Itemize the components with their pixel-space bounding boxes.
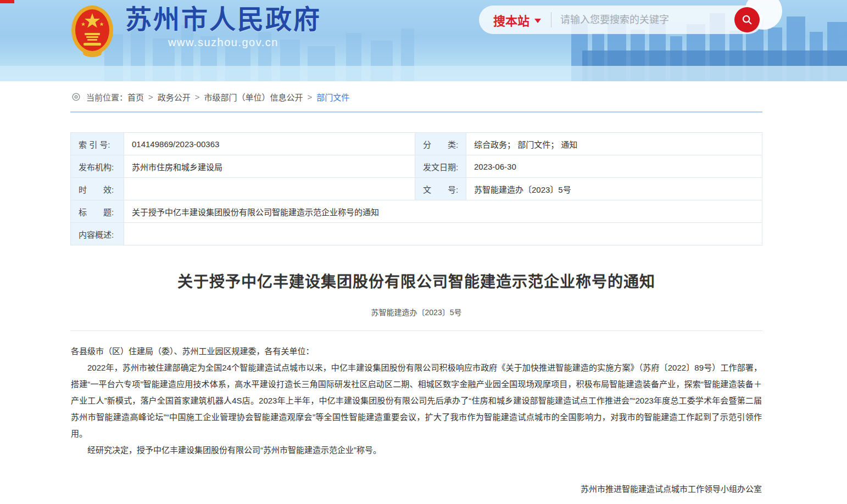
table-row: 时 效: 文 号: 苏智能建造办〔2023〕5号 [71,178,762,200]
doc-number-value: 苏智能建造办〔2023〕5号 [466,178,762,200]
issuing-agency-value: 苏州市住房和城乡建设局 [124,155,415,178]
article-divider [70,331,762,331]
location-pin-icon [71,92,81,102]
article-doc-number: 苏智能建造办〔2023〕5号 [70,306,762,317]
breadcrumb-underline [70,111,762,113]
breadcrumb-separator: > [148,92,153,102]
site-title: 苏州市人民政府 [125,4,321,35]
article-body: 各县级市（区）住建局（委）、苏州工业园区规建委，各有关单位： 2022年，苏州市… [70,343,762,504]
table-row: 索 引 号: 014149869/2023-00363 分 类: 综合政务； 部… [71,133,762,155]
issue-date-label: 发文日期: [415,155,466,178]
article-paragraph: 经研究决定，授予中亿丰建设集团股份有限公司“苏州市智能建造示范企业”称号。 [71,442,762,458]
site-url: www.suzhou.gov.cn [125,36,321,49]
table-row: 标 题: 关于授予中亿丰建设集团股份有限公司智能建造示范企业称号的通知 [71,200,762,223]
article-paragraph: 2022年，苏州市被住建部确定为全国24个智能建造试点城市以来，中亿丰建设集团股… [71,360,762,442]
summary-value [124,223,762,245]
breadcrumb-label: 当前位置： [86,91,127,103]
doc-number-label: 文 号: [415,178,466,200]
signature-block: 苏州市推进智能建造试点城市工作领导小组办公室 2023年6月29日 [581,479,762,504]
page-title: 关于授予中亿丰建设集团股份有限公司智能建造示范企业称号的通知 [70,270,762,292]
summary-label: 内容概述: [71,223,124,245]
table-row: 内容概述: [71,223,762,245]
search-bar: 搜本站 [479,5,762,34]
national-emblem-logo [70,4,114,60]
signature-org: 苏州市推进智能建造试点城市工作领导小组办公室 [581,479,762,499]
document-content: 索 引 号: 014149869/2023-00363 分 类: 综合政务； 部… [70,132,762,504]
breadcrumb-department-disclosure[interactable]: 市级部门（单位）信息公开 [204,91,303,103]
breadcrumb-govinfo[interactable]: 政务公开 [158,91,191,103]
breadcrumb: 当前位置： 首页 > 政务公开 > 市级部门（单位）信息公开 > 部门文件 [71,91,847,103]
validity-value [124,178,415,200]
search-button[interactable] [734,7,760,32]
index-number-value: 014149869/2023-00363 [124,133,415,155]
validity-label: 时 效: [71,178,124,200]
search-scope-dropdown[interactable]: 搜本站 [493,11,541,29]
issue-date-value: 2023-06-30 [466,155,762,178]
search-input[interactable] [560,14,730,26]
site-header: 苏州市人民政府 www.suzhou.gov.cn 搜本站 [0,0,847,81]
search-icon [741,14,753,26]
search-divider [551,12,551,27]
issuing-agency-label: 发布机构: [71,155,124,178]
site-title-block: 苏州市人民政府 www.suzhou.gov.cn [125,3,321,49]
index-number-label: 索 引 号: [71,133,124,155]
document-meta-table: 索 引 号: 014149869/2023-00363 分 类: 综合政务； 部… [70,132,762,245]
breadcrumb-department-files[interactable]: 部门文件 [316,91,349,103]
breadcrumb-home[interactable]: 首页 [127,91,144,103]
title-value: 关于授予中亿丰建设集团股份有限公司智能建造示范企业称号的通知 [124,200,762,223]
page: 苏州市人民政府 www.suzhou.gov.cn 搜本站 [0,0,847,504]
table-row: 发布机构: 苏州市住房和城乡建设局 发文日期: 2023-06-30 [71,155,762,178]
title-label: 标 题: [71,200,124,223]
breadcrumb-separator: > [195,92,200,102]
search-scope-label: 搜本站 [493,11,530,29]
signature-date: 2023年6月29日 [581,499,762,504]
article-salutation: 各县级市（区）住建局（委）、苏州工业园区规建委，各有关单位： [71,343,762,360]
category-value: 综合政务； 部门文件； 通知 [466,133,762,155]
chevron-down-icon [534,19,541,23]
category-label: 分 类: [415,133,466,155]
breadcrumb-separator: > [308,92,313,102]
